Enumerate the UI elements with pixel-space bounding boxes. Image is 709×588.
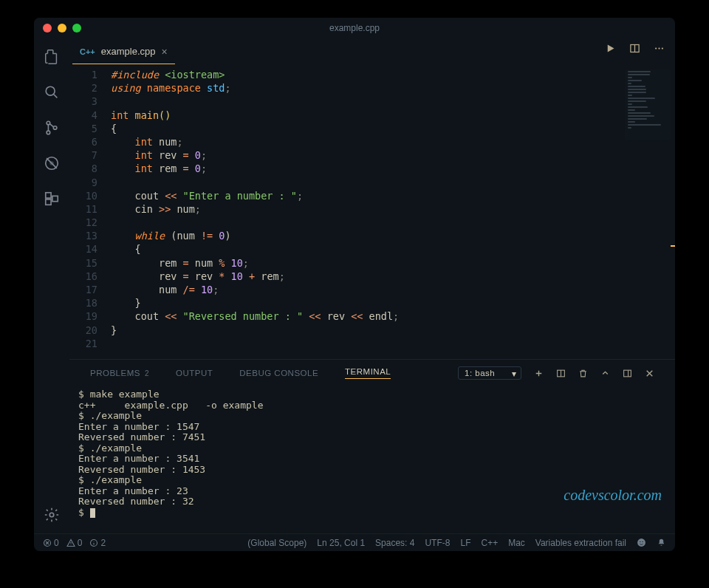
terminal-shell-select[interactable]: 1: bash ▾ bbox=[458, 366, 521, 380]
debug-icon[interactable] bbox=[42, 154, 61, 173]
status-scope[interactable]: (Global Scope) bbox=[247, 538, 306, 548]
tab-filename: example.cpp bbox=[101, 46, 156, 57]
status-extra-message[interactable]: Variables extraction fail bbox=[535, 538, 626, 548]
svg-point-20 bbox=[642, 541, 643, 542]
code-editor[interactable]: 123456789101112131415161718192021 #inclu… bbox=[69, 65, 675, 359]
terminal-output[interactable]: $ make example c++ example.cpp -o exampl… bbox=[69, 386, 675, 533]
panel-tab-output[interactable]: OUTPUT bbox=[176, 369, 213, 377]
terminal-cursor bbox=[90, 508, 95, 518]
status-language[interactable]: C++ bbox=[481, 538, 498, 548]
problems-count-badge: 2 bbox=[145, 369, 149, 377]
line-number-gutter: 123456789101112131415161718192021 bbox=[69, 68, 111, 359]
minimap[interactable] bbox=[625, 69, 671, 140]
status-os[interactable]: Mac bbox=[508, 538, 525, 548]
bottom-panel: PROBLEMS2 OUTPUT DEBUG CONSOLE TERMINAL … bbox=[69, 359, 675, 533]
status-encoding[interactable]: UTF-8 bbox=[425, 538, 450, 548]
settings-gear-icon[interactable] bbox=[42, 505, 61, 524]
status-eol[interactable]: LF bbox=[460, 538, 470, 548]
kill-terminal-icon[interactable] bbox=[578, 368, 588, 378]
status-cursor-position[interactable]: Ln 25, Col 1 bbox=[317, 538, 365, 548]
source-control-icon[interactable] bbox=[42, 118, 61, 137]
status-warnings[interactable]: 0 bbox=[66, 538, 83, 548]
more-actions-icon[interactable] bbox=[654, 43, 665, 54]
panel-actions: 1: bash ▾ bbox=[458, 366, 654, 380]
titlebar[interactable]: example.cpp bbox=[34, 18, 675, 38]
window-minimize-button[interactable] bbox=[58, 24, 66, 33]
watermark: codevscolor.com bbox=[564, 487, 662, 504]
panel-tabs: PROBLEMS2 OUTPUT DEBUG CONSOLE TERMINAL … bbox=[69, 360, 675, 386]
status-info[interactable]: 2 bbox=[89, 538, 106, 548]
new-terminal-icon[interactable] bbox=[533, 368, 544, 378]
svg-rect-8 bbox=[52, 196, 58, 201]
maximize-panel-icon[interactable] bbox=[600, 368, 610, 378]
editor-actions bbox=[605, 43, 665, 54]
svg-point-11 bbox=[655, 47, 657, 49]
search-icon[interactable] bbox=[42, 83, 61, 102]
explorer-icon[interactable] bbox=[42, 47, 61, 66]
status-indentation[interactable]: Spaces: 4 bbox=[375, 538, 414, 548]
toggle-panel-position-icon[interactable] bbox=[622, 368, 632, 378]
window-maximize-button[interactable] bbox=[72, 24, 81, 33]
svg-point-12 bbox=[658, 47, 660, 49]
svg-rect-6 bbox=[46, 193, 51, 198]
svg-point-19 bbox=[640, 541, 640, 542]
extensions-icon[interactable] bbox=[42, 189, 61, 208]
svg-point-0 bbox=[46, 86, 55, 95]
svg-point-2 bbox=[47, 131, 50, 134]
tab-bar: C++ example.cpp × bbox=[69, 38, 675, 65]
split-editor-icon[interactable] bbox=[629, 43, 640, 54]
svg-point-5 bbox=[49, 161, 54, 165]
svg-rect-7 bbox=[46, 199, 51, 205]
panel-tab-debug-console[interactable]: DEBUG CONSOLE bbox=[239, 369, 318, 377]
status-bar: 0 0 2 (Global Scope) Ln 25, Col 1 Spaces… bbox=[34, 533, 675, 551]
overview-ruler-mark bbox=[671, 245, 675, 247]
traffic-lights bbox=[43, 24, 81, 33]
code-content[interactable]: #include <iostream> using namespace std;… bbox=[111, 68, 675, 359]
window-title: example.cpp bbox=[329, 23, 380, 33]
activity-bar bbox=[34, 38, 69, 533]
notifications-bell-icon[interactable] bbox=[657, 538, 666, 547]
feedback-icon[interactable] bbox=[637, 538, 646, 547]
svg-point-9 bbox=[49, 513, 54, 517]
svg-point-13 bbox=[662, 47, 663, 49]
split-terminal-icon[interactable] bbox=[555, 368, 566, 378]
panel-tab-terminal[interactable]: TERMINAL bbox=[345, 367, 391, 379]
svg-point-18 bbox=[637, 539, 645, 547]
svg-rect-15 bbox=[623, 370, 631, 377]
tab-example-cpp[interactable]: C++ example.cpp × bbox=[72, 40, 175, 64]
status-errors[interactable]: 0 bbox=[43, 538, 59, 548]
close-tab-icon[interactable]: × bbox=[162, 46, 168, 58]
run-icon[interactable] bbox=[605, 43, 616, 54]
panel-tab-problems[interactable]: PROBLEMS2 bbox=[90, 369, 149, 377]
close-panel-icon[interactable] bbox=[644, 368, 654, 378]
editor-window: example.cpp C bbox=[34, 18, 675, 551]
window-close-button[interactable] bbox=[43, 24, 52, 33]
cpp-file-icon: C++ bbox=[80, 47, 95, 56]
main-area: C++ example.cpp × 1234567891011121314151… bbox=[34, 38, 675, 533]
editor-area: C++ example.cpp × 1234567891011121314151… bbox=[69, 38, 675, 533]
